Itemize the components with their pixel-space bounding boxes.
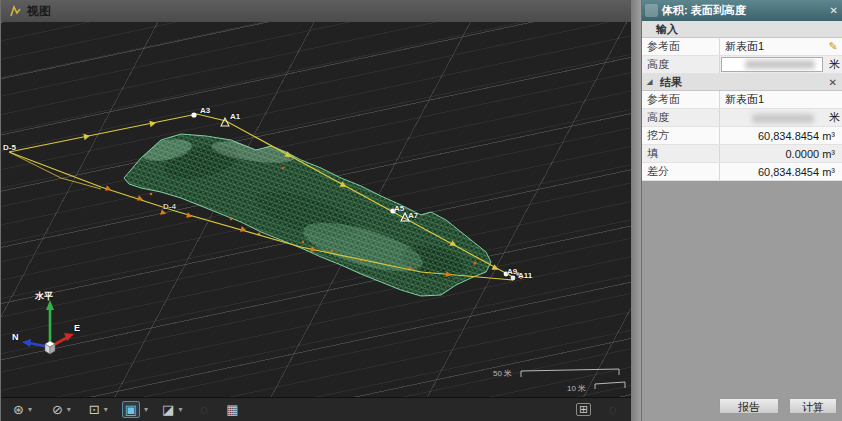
delta-label: 差分 xyxy=(642,163,720,180)
report-button[interactable]: 报告 xyxy=(719,398,779,414)
results-reference-label: 参考面 xyxy=(642,91,720,108)
reference-value[interactable]: 新表面1 xyxy=(720,39,823,54)
tab-view[interactable]: 视图 xyxy=(1,0,61,22)
collapse-triangle-icon[interactable]: ◢ xyxy=(642,78,656,86)
filter-view-icon[interactable]: ◪ xyxy=(162,403,174,416)
reference-label: 参考面 xyxy=(642,38,720,55)
viewport-toolbar: ⊛ ▾ ⊘ ▾ ⊡ ▾ ▣ ▾ ◪ ▾ ◌ ▦ ⊞ ◌ xyxy=(1,397,631,421)
fill-label: 填 xyxy=(642,145,720,162)
view-tabbar: 视图 xyxy=(1,0,631,22)
zoom-extents-icon[interactable]: ⊞ xyxy=(576,403,591,416)
fill-value: 0.0000 m³ xyxy=(720,148,842,160)
view-cube-caret-icon[interactable]: ▾ xyxy=(104,405,108,414)
origin-cube xyxy=(45,341,55,354)
panel-splitter[interactable] xyxy=(631,0,641,421)
edit-pencil-icon[interactable]: ✎ xyxy=(823,40,842,53)
results-reference-value: 新表面1 xyxy=(720,92,842,107)
redacted-result-height xyxy=(752,114,814,123)
input-reference-row: 参考面 新表面1 ✎ xyxy=(642,38,842,56)
fill-row: 填 0.0000 m³ xyxy=(642,145,842,163)
clear-results-icon[interactable]: ✕ xyxy=(829,77,842,88)
application-window: 视图 xyxy=(0,0,842,421)
height-label: 高度 xyxy=(642,56,720,73)
axis-up-label: 水平 xyxy=(35,290,53,303)
height-unit: 米 xyxy=(824,57,842,72)
results-reference-row: 参考面 新表面1 xyxy=(642,91,842,109)
results-section-title: 结果 xyxy=(656,75,682,90)
panel-title: 体积: 表面到高度 xyxy=(662,3,826,18)
view-tab-icon xyxy=(9,5,22,18)
shaded-view-caret-icon[interactable]: ▾ xyxy=(144,405,148,414)
orbit-mode-caret-icon[interactable]: ▾ xyxy=(28,405,32,414)
results-height-value xyxy=(720,112,824,124)
redacted-height-value xyxy=(745,60,815,69)
results-height-unit: 米 xyxy=(824,110,842,125)
inactive-left-icon: ◌ xyxy=(200,403,208,416)
terrain-surface[interactable] xyxy=(101,122,522,312)
results-height-row: 高度 米 xyxy=(642,109,842,127)
axis-indicator[interactable] xyxy=(22,300,74,354)
viewport-render xyxy=(1,22,631,397)
panel-icon xyxy=(645,4,658,17)
viewport-3d[interactable]: D-5 A3 A1 D-4 A5 A7 A9 A11 水平 E N 50 米 1… xyxy=(1,22,631,397)
grid-toggle-icon[interactable]: ▦ xyxy=(226,403,238,416)
orbit-mode-icon[interactable]: ⊛ xyxy=(13,403,24,416)
inactive-right-icon: ◌ xyxy=(609,403,617,416)
cut-row: 挖方 60,834.8454 m³ xyxy=(642,127,842,145)
results-section-header: ◢ 结果 ✕ xyxy=(642,74,842,91)
delta-row: 差分 60,834.8454 m³ xyxy=(642,163,842,181)
shaded-view-icon[interactable]: ▣ xyxy=(122,401,140,418)
axis-north-label: N xyxy=(12,332,19,342)
panel-header: 体积: 表面到高度 ✕ xyxy=(642,0,842,21)
panel-button-bar: 报告 计算 xyxy=(642,395,842,421)
panel-empty-area xyxy=(642,181,842,395)
view-tab-label: 视图 xyxy=(27,3,51,20)
scale-label-10m: 10 米 xyxy=(567,383,586,394)
scale-label-50m: 50 米 xyxy=(493,368,512,379)
height-input[interactable] xyxy=(721,57,823,72)
eraser-mode-icon[interactable]: ⊘ xyxy=(52,403,63,416)
input-section-title: 输入 xyxy=(642,22,678,37)
cut-label: 挖方 xyxy=(642,127,720,144)
volume-panel: 体积: 表面到高度 ✕ 输入 参考面 新表面1 ✎ 高度 米 ◢ 结果 ✕ 参考… xyxy=(641,0,842,421)
view-cube-icon[interactable]: ⊡ xyxy=(89,403,100,416)
cut-value: 60,834.8454 m³ xyxy=(720,130,842,142)
eraser-mode-caret-icon[interactable]: ▾ xyxy=(67,405,71,414)
delta-value: 60,834.8454 m³ xyxy=(720,166,842,178)
results-height-label: 高度 xyxy=(642,109,720,126)
workspace: 视图 xyxy=(1,0,631,421)
close-icon[interactable]: ✕ xyxy=(830,5,838,16)
input-height-row: 高度 米 xyxy=(642,56,842,74)
axis-east-label: E xyxy=(74,323,80,333)
input-section-header: 输入 xyxy=(642,21,842,38)
calculate-button[interactable]: 计算 xyxy=(789,398,837,414)
filter-view-caret-icon[interactable]: ▾ xyxy=(178,405,182,414)
